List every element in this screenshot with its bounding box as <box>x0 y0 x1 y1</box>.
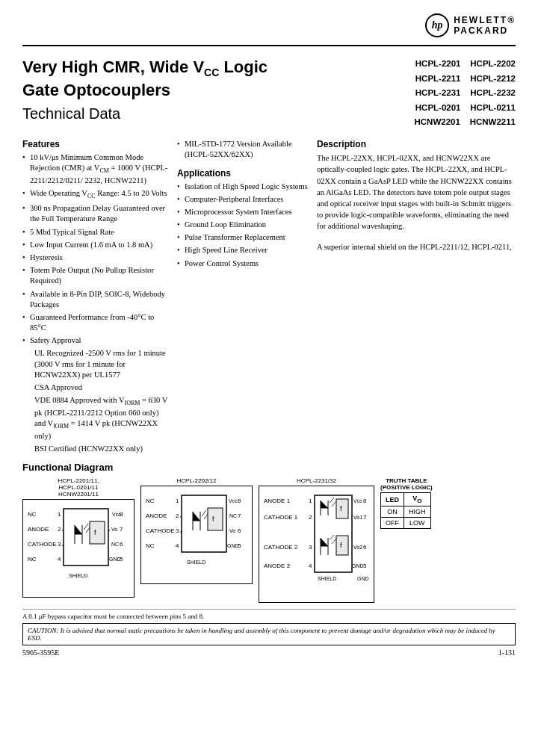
svg-text:1: 1 <box>309 498 312 504</box>
applications-title: Applications <box>177 168 308 179</box>
feature-6: Hysteresis <box>22 252 168 263</box>
pn-col1-1: HCPL-2201 <box>415 59 468 68</box>
svg-text:4: 4 <box>176 542 179 549</box>
svg-text:GND: GND <box>227 543 239 548</box>
svg-text:5: 5 <box>363 563 367 569</box>
bottom-section: A 0.1 μF bypass capacitor must be connec… <box>22 609 516 657</box>
diagram-2-container: HCPL-2202/12 NC ANODE CATHODE NC 1 2 3 4 <box>140 477 253 584</box>
applications-column: MIL-STD-1772 Version Available (HCPL-52X… <box>177 139 308 454</box>
svg-text:Vcc: Vcc <box>229 498 238 504</box>
applications-list: Isolation of High Speed Logic Systems Co… <box>177 182 308 269</box>
svg-text:NC: NC <box>146 542 155 549</box>
svg-rect-80 <box>336 499 348 518</box>
svg-text:3: 3 <box>176 527 179 534</box>
diagram-3-svg: ANODE 1 CATHODE 1 CATHODE 2 ANODE 2 1 2 … <box>262 489 371 598</box>
svg-text:4: 4 <box>58 556 61 563</box>
svg-text:CATHODE 1: CATHODE 1 <box>264 514 298 521</box>
truth-table-container: TRUTH TABLE(POSITIVE LOGIC) LED VO ON HI… <box>380 477 433 529</box>
features-list: 10 kV/μs Minimum Common Mode Rejection (… <box>22 152 168 346</box>
truth-row1-led: ON <box>381 506 404 518</box>
svg-text:Vcc: Vcc <box>353 498 362 504</box>
svg-text:3: 3 <box>58 541 61 548</box>
diag2-label: HCPL-2202/12 <box>140 477 253 484</box>
svg-text:ANODE 2: ANODE 2 <box>264 563 291 569</box>
page: hp HEWLETT® PACKARD Very High CMR, Wide … <box>0 0 538 756</box>
hp-line2: PACKARD <box>454 25 516 36</box>
feature-2: Wide Operating VCC Range: 4.5 to 20 Volt… <box>22 188 168 201</box>
svg-text:GND: GND <box>352 563 364 568</box>
pn-col2-4: HCPL-0211 <box>470 103 516 112</box>
diag3-label: HCPL-2231/32 <box>259 477 374 484</box>
pn-row1: HCPL-2201 HCPL-2202 <box>415 57 516 72</box>
pn-col2-5: HCNW2211 <box>470 117 516 126</box>
svg-line-78 <box>330 498 334 503</box>
svg-line-21 <box>84 524 88 530</box>
pn-row5: HCNW2201 HCNW2211 <box>415 115 516 130</box>
pn-row3: HCPL-2231 HCPL-2232 <box>415 86 516 101</box>
main-title: Very High CMR, Wide VCC Logic Gate Optoc… <box>22 57 306 101</box>
svg-text:6: 6 <box>120 541 123 548</box>
pn-col2-1: HCPL-2202 <box>470 59 516 68</box>
svg-text:2: 2 <box>58 526 61 533</box>
svg-text:ANODE: ANODE <box>146 512 167 519</box>
part-number: 5965-3595E <box>22 648 59 657</box>
hp-text: HEWLETT® PACKARD <box>454 15 516 36</box>
feature-4: 5 Mbd Typical Signal Rate <box>22 227 168 238</box>
svg-text:Vo2: Vo2 <box>353 545 362 550</box>
svg-text:6: 6 <box>238 527 241 534</box>
description-column: Description The HCPL-22XX, HCPL-02XX, an… <box>317 139 516 454</box>
description-text1: The HCPL-22XX, HCPL-02XX, and HCNW22XX a… <box>317 152 516 232</box>
svg-text:NC: NC <box>28 511 37 518</box>
svg-text:7: 7 <box>363 514 367 521</box>
svg-text:8: 8 <box>363 498 367 504</box>
hp-logo: hp HEWLETT® PACKARD <box>425 13 516 37</box>
header: hp HEWLETT® PACKARD <box>22 13 516 37</box>
svg-text:3: 3 <box>309 544 312 551</box>
main-title-block: Very High CMR, Wide VCC Logic Gate Optoc… <box>22 57 306 131</box>
diagram-1-svg: NC ANODE CATHODE NC 1 2 3 4 8 Vcc 7 Vo <box>26 503 131 592</box>
technical-data-label: Technical Data <box>22 105 306 123</box>
diag1-label: HCPL-2201/11,HCPL-0201/11HCNW2201/11 <box>22 477 134 498</box>
app-1: Isolation of High Speed Logic Systems <box>177 182 308 192</box>
svg-marker-47 <box>193 512 200 521</box>
svg-text:Vo: Vo <box>111 527 117 532</box>
svg-text:CATHODE 2: CATHODE 2 <box>264 544 298 551</box>
description-text2: A superior internal shield on the HCPL-2… <box>317 241 516 252</box>
svg-text:2: 2 <box>309 514 312 521</box>
feature-10: Safety Approval <box>22 335 168 346</box>
app-2: Computer-Peripheral Interfaces <box>177 194 308 205</box>
caution-text: CAUTION: It is advised that normal stati… <box>28 627 495 642</box>
mil-std-list: MIL-STD-1772 Version Available (HCPL-52X… <box>177 139 308 160</box>
pn-col1-2: HCPL-2211 <box>415 74 468 83</box>
svg-text:NC: NC <box>146 498 155 504</box>
app-5: Pulse Transformer Replacement <box>177 232 308 243</box>
truth-table: LED VO ON HIGH OFF LOW <box>380 492 431 529</box>
pn-col1-5: HCNW2201 <box>415 117 468 126</box>
app-3: Microprocessor System Interfaces <box>177 207 308 217</box>
app-4: Ground Loop Elimination <box>177 220 308 230</box>
svg-rect-52 <box>208 508 223 530</box>
diagram-3-container: HCPL-2231/32 ANODE 1 CATHODE 1 CATHODE 2… <box>259 477 374 603</box>
svg-marker-18 <box>75 525 82 534</box>
svg-text:Vo1: Vo1 <box>353 515 362 520</box>
diagram-2: NC ANODE CATHODE NC 1 2 3 4 8 Vcc 7 NC <box>140 486 253 584</box>
svg-text:CATHODE: CATHODE <box>28 541 57 548</box>
svg-text:SHIELD: SHIELD <box>69 573 87 578</box>
svg-line-50 <box>202 510 206 516</box>
svg-text:2: 2 <box>176 512 179 519</box>
svg-text:GND: GND <box>109 557 121 562</box>
svg-text:SHIELD: SHIELD <box>318 576 336 581</box>
svg-text:NC: NC <box>28 556 37 563</box>
part-numbers: HCPL-2201 HCPL-2202 HCPL-2211 HCPL-2212 … <box>415 57 516 130</box>
feature-8: Available in 8-Pin DIP, SOIC-8, Widebody… <box>22 289 168 310</box>
svg-text:ANODE: ANODE <box>28 526 49 533</box>
pn-row2: HCPL-2211 HCPL-2212 <box>415 72 516 87</box>
pn-row4: HCPL-0201 HCPL-0211 <box>415 101 516 116</box>
hp-icon: hp <box>425 13 449 37</box>
svg-text:NC: NC <box>229 513 237 518</box>
feature-5: Low Input Current (1.6 mA to 1.8 mA) <box>22 240 168 250</box>
truth-table-title: TRUTH TABLE(POSITIVE LOGIC) <box>380 477 433 491</box>
svg-text:CATHODE: CATHODE <box>146 527 175 534</box>
bypass-note: A 0.1 μF bypass capacitor must be connec… <box>22 613 516 620</box>
feature-9: Guaranteed Performance from -40°C to 85°… <box>22 312 168 333</box>
